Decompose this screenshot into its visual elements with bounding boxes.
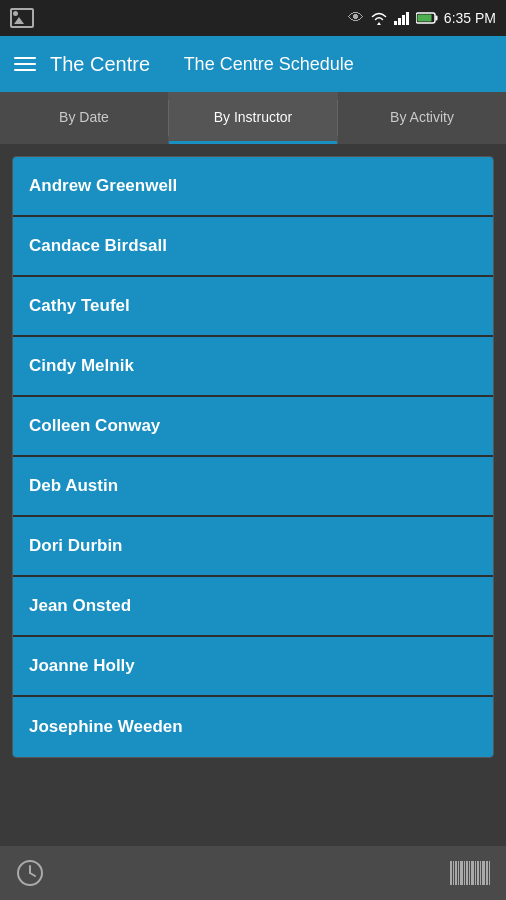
svg-rect-3 — [406, 12, 409, 25]
list-item[interactable]: Cindy Melnik — [13, 337, 493, 397]
svg-rect-17 — [469, 861, 470, 885]
instructor-name: Joanne Holly — [29, 656, 135, 676]
svg-rect-18 — [471, 861, 474, 885]
instructor-name: Jean Onsted — [29, 596, 131, 616]
gallery-icon — [10, 8, 34, 28]
app-header: The Centre The Centre Schedule — [0, 36, 506, 92]
app-name: The Centre — [50, 53, 150, 76]
instructor-name: Deb Austin — [29, 476, 118, 496]
visibility-icon: 👁 — [348, 9, 364, 27]
svg-rect-10 — [450, 861, 452, 885]
svg-rect-2 — [402, 15, 405, 25]
page-title: The Centre Schedule — [184, 54, 354, 75]
hamburger-menu[interactable] — [14, 57, 36, 71]
list-item[interactable]: Joanne Holly — [13, 637, 493, 697]
tab-by-date[interactable]: By Date — [0, 92, 168, 144]
instructor-name: Candace Birdsall — [29, 236, 167, 256]
status-bar: 👁 6:35 PM — [0, 0, 506, 36]
svg-rect-20 — [477, 861, 479, 885]
content-area: Andrew GreenwellCandace BirdsallCathy Te… — [0, 144, 506, 846]
svg-rect-12 — [455, 861, 457, 885]
wifi-icon — [370, 11, 388, 25]
signal-icon — [394, 11, 410, 25]
tab-by-activity[interactable]: By Activity — [338, 92, 506, 144]
instructor-name: Dori Durbin — [29, 536, 123, 556]
instructor-list: Andrew GreenwellCandace BirdsallCathy Te… — [12, 156, 494, 758]
svg-rect-21 — [480, 861, 481, 885]
tab-bar: By Date By Instructor By Activity — [0, 92, 506, 144]
tab-by-instructor[interactable]: By Instructor — [169, 92, 337, 144]
svg-rect-24 — [489, 861, 490, 885]
svg-rect-5 — [435, 16, 437, 21]
svg-rect-6 — [417, 15, 431, 22]
svg-rect-22 — [482, 861, 485, 885]
svg-rect-15 — [464, 861, 465, 885]
instructor-name: Cathy Teufel — [29, 296, 130, 316]
instructor-name: Andrew Greenwell — [29, 176, 177, 196]
status-right-icons: 👁 6:35 PM — [348, 9, 496, 27]
list-item[interactable]: Josephine Weeden — [13, 697, 493, 757]
instructor-name: Josephine Weeden — [29, 717, 183, 737]
svg-rect-14 — [460, 861, 463, 885]
status-left-icons — [10, 8, 34, 28]
svg-rect-0 — [394, 21, 397, 25]
list-item[interactable]: Dori Durbin — [13, 517, 493, 577]
svg-rect-11 — [453, 861, 454, 885]
list-item[interactable]: Andrew Greenwell — [13, 157, 493, 217]
status-time: 6:35 PM — [444, 10, 496, 26]
svg-line-9 — [30, 873, 35, 876]
list-item[interactable]: Candace Birdsall — [13, 217, 493, 277]
barcode-icon[interactable] — [450, 859, 490, 887]
clock-icon[interactable] — [16, 859, 44, 887]
list-item[interactable]: Jean Onsted — [13, 577, 493, 637]
svg-rect-23 — [486, 861, 488, 885]
battery-icon — [416, 11, 438, 25]
svg-rect-19 — [475, 861, 476, 885]
list-item[interactable]: Deb Austin — [13, 457, 493, 517]
svg-rect-16 — [466, 861, 468, 885]
svg-rect-13 — [458, 861, 459, 885]
bottom-bar — [0, 846, 506, 900]
instructor-name: Colleen Conway — [29, 416, 160, 436]
list-item[interactable]: Colleen Conway — [13, 397, 493, 457]
list-item[interactable]: Cathy Teufel — [13, 277, 493, 337]
header-divider — [164, 53, 170, 76]
instructor-name: Cindy Melnik — [29, 356, 134, 376]
svg-rect-1 — [398, 18, 401, 25]
